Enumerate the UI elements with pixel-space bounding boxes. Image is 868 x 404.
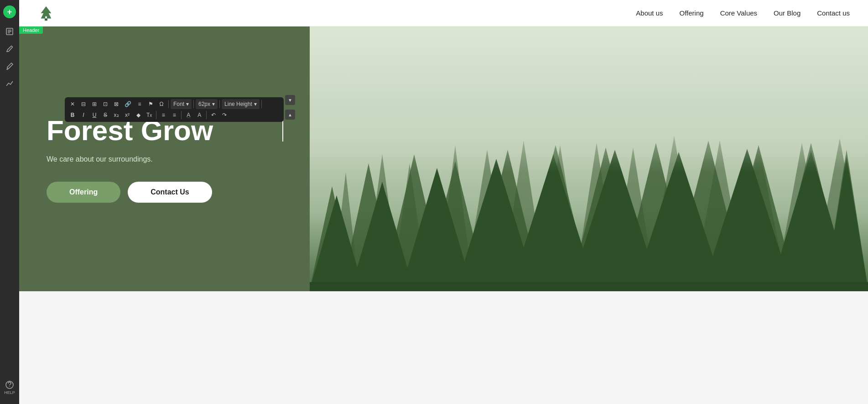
toolbar-divider-6 xyxy=(181,111,182,119)
help-label: HELP xyxy=(4,390,15,395)
font-dropdown-arrow: ▾ xyxy=(186,101,189,107)
toolbar-omega-btn[interactable]: Ω xyxy=(156,99,166,109)
font-dropdown[interactable]: Font ▾ xyxy=(171,99,192,109)
forest-svg xyxy=(310,26,868,291)
toolbar-divider-7 xyxy=(206,111,207,119)
hero-left-panel: ✕ ⊟ ⊞ ⊡ ⊠ 🔗 ≡ ⚑ Ω Font ▾ 62p xyxy=(19,26,310,291)
toolbar-subscript-btn[interactable]: x₂ xyxy=(111,110,121,120)
offering-button[interactable]: Offering xyxy=(47,182,120,203)
line-height-label: Line Height xyxy=(224,101,252,107)
website-header: About us Offering Core Values Our Blog C… xyxy=(19,0,868,26)
toolbar-list-btn[interactable]: ≡ xyxy=(135,99,145,109)
edit-icon[interactable] xyxy=(4,43,16,55)
hero-buttons: Offering Contact Us xyxy=(47,182,282,203)
toolbar-link-btn[interactable]: 🔗 xyxy=(122,99,134,109)
toolbar-divider-5 xyxy=(156,111,156,119)
font-size-dropdown[interactable]: 62px ▾ xyxy=(196,99,218,109)
sidebar: + HELP xyxy=(0,0,19,404)
svg-rect-6 xyxy=(45,18,47,21)
add-button[interactable]: + xyxy=(3,5,16,18)
hero-right-panel xyxy=(310,26,868,291)
toolbar-delete-btn[interactable]: ⊠ xyxy=(111,99,121,109)
toolbar-close-btn[interactable]: ✕ xyxy=(68,99,78,109)
nav-contact[interactable]: Contact us xyxy=(817,9,850,17)
toolbar-bg-color-btn[interactable]: A xyxy=(194,110,204,120)
toolbar-underline-btn[interactable]: U xyxy=(89,110,99,120)
toolbar-paste-btn[interactable]: ⊞ xyxy=(89,99,99,109)
header-section-label: Header xyxy=(19,26,43,34)
toolbar-font-color-btn[interactable]: A xyxy=(183,110,193,120)
svg-rect-45 xyxy=(310,282,868,291)
pages-icon[interactable] xyxy=(4,26,16,37)
font-label: Font xyxy=(173,101,184,107)
toolbar-copy-btn[interactable]: ⊟ xyxy=(78,99,88,109)
toolbar-redo-btn[interactable]: ↷ xyxy=(219,110,229,120)
main-content: About us Offering Core Values Our Blog C… xyxy=(19,0,868,404)
toolbar-align-right-btn[interactable]: ≡ xyxy=(169,110,179,120)
toolbar-highlight-btn[interactable]: ◆ xyxy=(133,110,143,120)
svg-rect-44 xyxy=(310,26,868,163)
logo xyxy=(37,5,55,22)
toolbar-italic-btn[interactable]: I xyxy=(78,110,88,120)
toolbar-undo-btn[interactable]: ↶ xyxy=(208,110,218,120)
line-height-arrow: ▾ xyxy=(254,101,257,107)
nav-menu: About us Offering Core Values Our Blog C… xyxy=(636,9,850,17)
toolbar-divider-2 xyxy=(193,100,194,108)
help-section[interactable]: HELP xyxy=(4,380,15,395)
toolbar-clearformat-btn[interactable]: Tx xyxy=(144,110,154,120)
hero-section: ✕ ⊟ ⊞ ⊡ ⊠ 🔗 ≡ ⚑ Ω Font ▾ 62p xyxy=(19,26,868,291)
toolbar-superscript-btn[interactable]: x² xyxy=(122,110,132,120)
toolbar-cut-btn[interactable]: ⊡ xyxy=(100,99,110,109)
collapse-down-btn[interactable]: ▼ xyxy=(285,95,295,105)
toolbar-row-2: B I U S x₂ x² ◆ Tx ≡ ≡ A A ↶ ↷ xyxy=(68,110,281,120)
text-editor-toolbar: ✕ ⊟ ⊞ ⊡ ⊠ 🔗 ≡ ⚑ Ω Font ▾ 62p xyxy=(65,97,284,122)
nav-offering[interactable]: Offering xyxy=(680,9,704,17)
brush-icon[interactable] xyxy=(4,60,16,72)
forest-background xyxy=(310,26,868,291)
nav-core-values[interactable]: Core Values xyxy=(720,9,757,17)
toolbar-strikethrough-btn[interactable]: S xyxy=(100,110,110,120)
line-height-dropdown[interactable]: Line Height ▾ xyxy=(222,99,260,109)
contact-button[interactable]: Contact Us xyxy=(128,182,212,203)
nav-blog[interactable]: Our Blog xyxy=(774,9,800,17)
toolbar-row-1: ✕ ⊟ ⊞ ⊡ ⊠ 🔗 ≡ ⚑ Ω Font ▾ 62p xyxy=(68,99,281,109)
collapse-up-btn[interactable]: ▲ xyxy=(285,110,295,120)
toolbar-bold-btn[interactable]: B xyxy=(68,110,78,120)
font-size-value: 62px xyxy=(198,101,210,107)
font-size-arrow: ▾ xyxy=(212,101,215,107)
bottom-area xyxy=(19,291,868,404)
toolbar-divider-4 xyxy=(261,100,262,108)
logo-tree-icon xyxy=(37,5,55,22)
chart-icon[interactable] xyxy=(4,78,16,89)
toolbar-align-left-btn[interactable]: ≡ xyxy=(158,110,168,120)
nav-about[interactable]: About us xyxy=(636,9,663,17)
toolbar-flag-btn[interactable]: ⚑ xyxy=(146,99,156,109)
toolbar-divider-3 xyxy=(219,100,220,108)
toolbar-divider-1 xyxy=(168,100,169,108)
hero-subtitle: We care about our surroundings. xyxy=(47,155,282,163)
